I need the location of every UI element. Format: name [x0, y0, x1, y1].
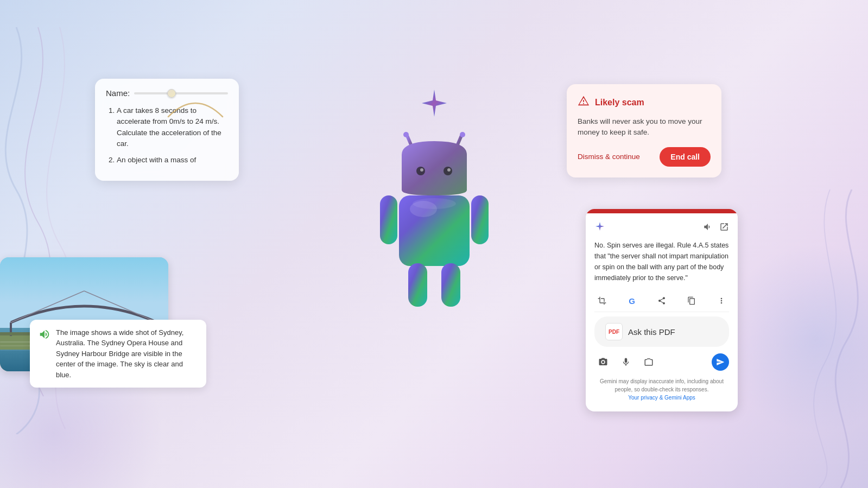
google-g-icon[interactable]: G	[624, 293, 639, 308]
share-icon[interactable]	[654, 293, 669, 308]
quiz-name-label: Name:	[106, 88, 130, 98]
camera-icon[interactable]	[594, 353, 612, 371]
warning-triangle-icon	[578, 95, 590, 110]
quiz-question-2: An object with a mass of	[117, 155, 228, 166]
svg-rect-22	[471, 195, 489, 244]
panel-response-text: No. Spin serves are illegal. Rule 4.A.5 …	[594, 240, 729, 283]
scam-body-text: Banks will never ask you to move your mo…	[578, 116, 711, 138]
svg-rect-23	[408, 263, 427, 307]
quiz-card: Name: A car takes 8 seconds to accelerat…	[95, 79, 239, 181]
ask-this-pdf-button[interactable]: PDF Ask this PDF	[594, 316, 729, 347]
input-action-icons	[594, 353, 657, 371]
sydney-caption-text: The image shows a wide shot of Sydney, A…	[56, 327, 198, 381]
copy-icon[interactable]	[684, 293, 699, 308]
panel-header-icons	[703, 222, 729, 234]
speaker-icon	[39, 328, 50, 340]
quiz-questions-list: A car takes 8 seconds to accelerate from…	[106, 105, 228, 166]
dismiss-continue-button[interactable]: Dismiss & continue	[578, 153, 640, 161]
scam-card-header: Likely scam	[578, 95, 711, 110]
svg-rect-24	[441, 263, 460, 307]
panel-content: No. Spin serves are illegal. Rule 4.A.5 …	[586, 213, 738, 411]
scam-warning-card: Likely scam Banks will never ask you to …	[567, 84, 721, 178]
gemini-pdf-panel: No. Spin serves are illegal. Rule 4.A.5 …	[586, 209, 738, 411]
end-call-button[interactable]: End call	[660, 147, 711, 167]
send-button[interactable]	[712, 353, 729, 371]
quiz-name-slider[interactable]	[134, 92, 228, 94]
screenshot-icon[interactable]	[640, 353, 657, 371]
more-options-icon[interactable]	[714, 293, 729, 308]
panel-header-row	[594, 221, 729, 235]
bg-decoration-circle-right	[721, 244, 868, 434]
android-body-svg	[369, 125, 499, 331]
quiz-name-row: Name:	[106, 88, 228, 98]
panel-toolbar: G	[594, 290, 729, 312]
svg-point-17	[420, 168, 423, 172]
svg-rect-21	[380, 195, 397, 244]
scam-title: Likely scam	[595, 98, 644, 107]
ask-pdf-label-text: Ask this PDF	[628, 327, 675, 337]
privacy-link[interactable]: Your privacy & Gemini Apps	[628, 395, 695, 401]
android-mascot-container	[353, 87, 516, 331]
gemini-star-icon	[418, 87, 451, 119]
panel-gemini-star-icon	[594, 221, 605, 235]
svg-point-14	[460, 132, 465, 137]
pdf-label-text: PDF	[609, 329, 619, 335]
crop-icon[interactable]	[594, 293, 610, 308]
svg-point-18	[447, 168, 451, 172]
disclaimer-text: Gemini may display inaccurate info, incl…	[594, 373, 729, 404]
pdf-icon: PDF	[605, 323, 623, 340]
external-link-icon[interactable]	[719, 222, 729, 234]
panel-top-bar	[586, 209, 738, 213]
microphone-icon[interactable]	[617, 353, 635, 371]
volume-icon[interactable]	[703, 222, 713, 234]
quiz-name-slider-thumb	[167, 89, 176, 98]
quiz-question-1: A car takes 8 seconds to accelerate from…	[117, 105, 228, 149]
svg-point-25	[413, 198, 456, 209]
sydney-caption: The image shows a wide shot of Sydney, A…	[30, 320, 206, 388]
scam-actions-row: Dismiss & continue End call	[578, 147, 711, 167]
input-row	[594, 351, 729, 373]
svg-point-12	[403, 132, 409, 137]
